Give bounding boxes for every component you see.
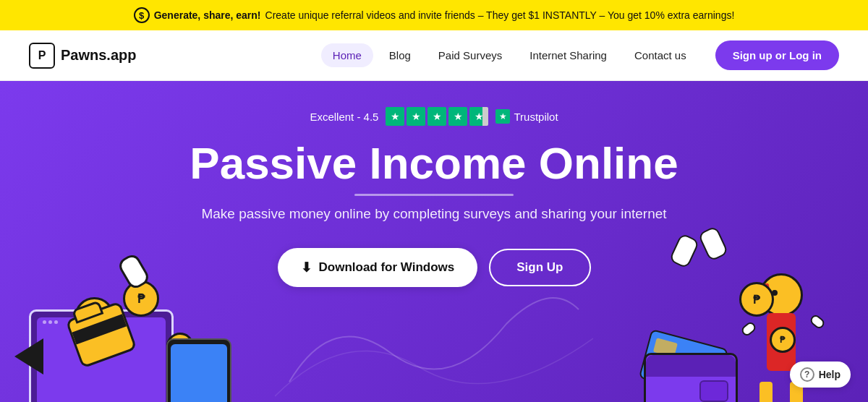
rating-text: Excellent - 4.5 [310, 111, 378, 123]
hero-title: Passive Income Online [190, 139, 678, 196]
coin-right: ₱ [739, 282, 774, 317]
logo-text: Pawns.app [61, 47, 136, 64]
arrow-shape [14, 338, 43, 375]
nav-link-contact[interactable]: Contact us [623, 43, 698, 67]
monitor-dots [43, 320, 58, 324]
nav-item-internet-sharing[interactable]: Internet Sharing [518, 43, 618, 67]
banner-description: Create unique referral videos and invite… [265, 9, 735, 21]
nav-item-blog[interactable]: Blog [378, 43, 422, 67]
nav-link-internet-sharing[interactable]: Internet Sharing [518, 43, 618, 67]
tablet-screen [171, 344, 227, 402]
promo-banner: $ Generate, share, earn! Create unique r… [0, 0, 868, 30]
monitor-dot-1 [43, 320, 46, 324]
logo-link[interactable]: P Pawns.app [29, 43, 136, 69]
monitor-dot-2 [48, 320, 52, 324]
hero-signup-button[interactable]: Sign Up [489, 249, 590, 286]
hero-subtitle: Make passive money online by completing … [201, 206, 666, 222]
monitor-dot-3 [54, 320, 58, 324]
rating-row: Excellent - 4.5 ★ ★ ★ ★ ★ ★ Trustpilot [310, 107, 558, 126]
banner-bold: Generate, share, earn! [154, 9, 261, 21]
dollar-icon: $ [134, 7, 150, 23]
glove-right-1 [668, 233, 699, 269]
nav-item-contact[interactable]: Contact us [623, 43, 698, 67]
nav-links: Home Blog Paid Surveys Internet Sharing … [321, 43, 698, 67]
download-icon: ⬇ [301, 260, 312, 275]
wallet-top [646, 355, 736, 377]
coin-right-2: ₱ [770, 327, 796, 353]
glove-right-2 [697, 226, 728, 262]
trustpilot-icon: ★ [495, 109, 510, 124]
star-3: ★ [427, 107, 446, 126]
star-half: ★ [469, 107, 488, 126]
star-rating: ★ ★ ★ ★ ★ [386, 107, 488, 126]
left-illustration: ₱ ₱ ₱ [0, 215, 275, 402]
nav-item-paid-surveys[interactable]: Paid Surveys [427, 43, 514, 67]
trustpilot-label: Trustpilot [514, 111, 558, 123]
help-label: Help [819, 369, 841, 380]
nav-link-paid-surveys[interactable]: Paid Surveys [427, 43, 514, 67]
logo-icon: P [29, 43, 55, 69]
wallet-flap [72, 300, 103, 323]
star-4: ★ [448, 107, 467, 126]
char-arm-right [809, 313, 826, 330]
cta-row: ⬇ Download for Windows Sign Up [278, 248, 591, 287]
char-arm-left [740, 320, 757, 338]
wallet-right-shape [644, 353, 738, 402]
star-2: ★ [407, 107, 425, 126]
star-1: ★ [386, 107, 404, 126]
nav-item-home[interactable]: Home [321, 43, 373, 67]
nav-link-home[interactable]: Home [321, 43, 373, 67]
help-icon: ? [800, 367, 814, 382]
hero-section: Excellent - 4.5 ★ ★ ★ ★ ★ ★ Trustpilot P… [0, 81, 868, 402]
char-leg-left [760, 382, 773, 402]
trustpilot-logo: ★ Trustpilot [495, 109, 558, 124]
tablet-shape [166, 338, 231, 402]
wallet-pocket [699, 380, 728, 402]
help-button[interactable]: ? Help [790, 362, 851, 388]
signup-login-button[interactable]: Sign up or Log in [715, 40, 839, 70]
navbar: P Pawns.app Home Blog Paid Surveys Inter… [0, 30, 868, 81]
download-button[interactable]: ⬇ Download for Windows [278, 248, 478, 287]
nav-link-blog[interactable]: Blog [378, 43, 422, 67]
